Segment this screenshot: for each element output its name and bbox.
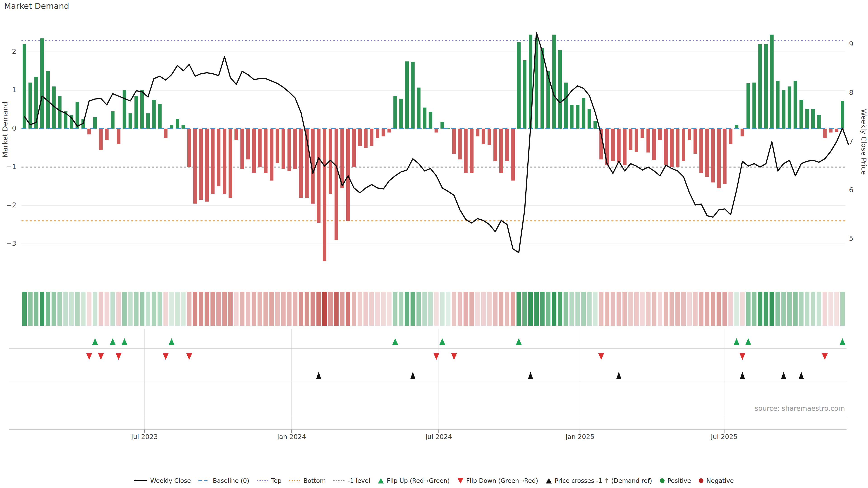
legend-item-label: -1 level (348, 477, 370, 484)
heatmap-cell (328, 292, 333, 326)
demand-bar (141, 90, 144, 129)
heatmap-cell (640, 292, 645, 326)
demand-bar (352, 129, 356, 167)
flip-up-marker (439, 338, 445, 345)
demand-bar (700, 129, 703, 173)
demand-bar (381, 129, 385, 136)
heatmap-cell (434, 292, 439, 326)
heatmap-cell (316, 292, 321, 326)
demand-bar (729, 129, 733, 144)
demand-bar (87, 129, 91, 135)
demand-bar (458, 129, 462, 160)
demand-bar (805, 109, 809, 129)
price-cross-marker (740, 372, 745, 379)
demand-bar (217, 129, 220, 186)
legend-item-label: Bottom (303, 477, 326, 484)
heatmap-cell (752, 292, 756, 326)
heatmap-cell (711, 292, 715, 326)
heatmap-cell (787, 292, 792, 326)
demand-bar (558, 50, 562, 129)
price-cross-marker (799, 372, 804, 379)
heatmap-cell (322, 292, 327, 326)
demand-bar (152, 100, 156, 129)
demand-bar (423, 107, 426, 129)
heatmap-cell (399, 292, 403, 326)
heatmap-cell (764, 292, 768, 326)
flip-down-marker (163, 353, 168, 360)
demand-bar (758, 44, 762, 129)
demand-bar (782, 90, 785, 129)
heatmap-cell (264, 292, 268, 326)
legend-item: Baseline (0) (198, 477, 249, 484)
demand-bar (635, 129, 638, 152)
legend: Weekly CloseBaseline (0)TopBottom-1 leve… (0, 477, 868, 484)
demand-bar (270, 129, 274, 181)
demand-bar (717, 129, 721, 188)
legend-item-label: Negative (706, 477, 734, 484)
demand-bar (187, 129, 191, 167)
demand-bar (193, 129, 197, 204)
demand-bar (264, 129, 268, 173)
demand-bar (376, 129, 379, 138)
demand-bar (617, 129, 621, 163)
heatmap-cell (569, 292, 574, 326)
legend-item-label: Price crosses -1 ↑ (Demand ref) (555, 477, 652, 484)
legend-item: Bottom (289, 477, 326, 484)
heatmap-cell (628, 292, 633, 326)
heatmap-cell (664, 292, 668, 326)
heatmap-cell (540, 292, 545, 326)
heatmap-cell (781, 292, 786, 326)
heatmap-cell (611, 292, 615, 326)
heatmap-cell (728, 292, 733, 326)
heatmap-cell (587, 292, 592, 326)
legend-line-icon (134, 480, 147, 481)
heatmap-cell (734, 292, 739, 326)
heatmap-cell (40, 292, 44, 326)
y-tick-right: 9 (849, 40, 853, 48)
demand-bar (582, 98, 585, 129)
heatmap-cell (805, 292, 809, 326)
flip-up-marker (516, 338, 522, 345)
x-tick-label: Jul 2025 (700, 433, 749, 441)
heatmap-cell (622, 292, 627, 326)
heatmap-cell (187, 292, 191, 326)
heatmap-cell (817, 292, 821, 326)
heatmap-cell (111, 292, 115, 326)
flip-down-marker (822, 353, 828, 360)
heatmap-cell (75, 292, 80, 326)
legend-item: Top (257, 477, 282, 484)
heatmap-cell (193, 292, 197, 326)
price-cross-marker (616, 372, 621, 379)
legend-tri-up-icon (546, 478, 552, 484)
heatmap-cell (481, 292, 486, 326)
heatmap-cell (305, 292, 309, 326)
heatmap-cell (546, 292, 550, 326)
demand-bar (99, 129, 103, 150)
heatmap-cell (163, 292, 168, 326)
demand-bar (346, 129, 350, 221)
heatmap-cell (257, 292, 262, 326)
x-tick-label: Jan 2024 (267, 433, 316, 441)
heatmap-cell (358, 292, 362, 326)
heatmap-cell (116, 292, 121, 326)
heatmap-cell (593, 292, 597, 326)
heatmap-cell (670, 292, 674, 326)
demand-bar (693, 129, 697, 154)
heatmap-cell (216, 292, 221, 326)
demand-bar (258, 129, 261, 167)
flip-down-marker (86, 353, 92, 360)
right-axis-label: Weekly Close Price (860, 94, 868, 189)
legend-item: -1 level (333, 477, 370, 484)
demand-bar (676, 129, 680, 167)
heatmap-cell (352, 292, 356, 326)
demand-bar (235, 129, 238, 140)
heatmap-cell (122, 292, 127, 326)
demand-bar (587, 109, 591, 129)
legend-item: Price crosses -1 ↑ (Demand ref) (546, 477, 652, 484)
demand-bar (576, 105, 579, 129)
demand-bar (323, 129, 327, 261)
heatmap-cell (69, 292, 74, 326)
heatmap-cell (28, 292, 33, 326)
demand-bar (711, 129, 715, 183)
heatmap-cell (393, 292, 397, 326)
